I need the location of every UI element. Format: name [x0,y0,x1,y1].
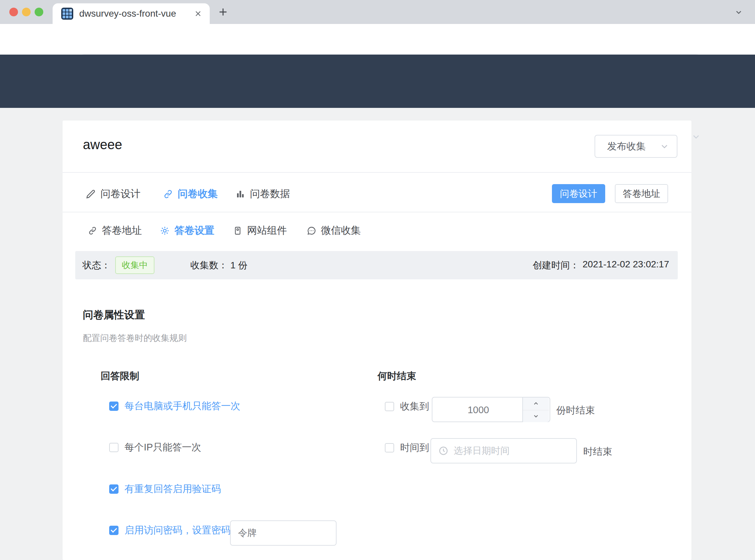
survey-card: aweee 发布收集 问卷设计 问卷收集 问卷数据 问卷设计 答卷地址 答卷地址 [63,121,691,560]
tab-label: 问卷数据 [250,187,290,201]
app-navbar: DIAOWEN 调问 OSS 我的问卷 个人中心 用户管理 service@di… [0,55,755,108]
created-time-label: 创建时间： [533,259,579,272]
divider [63,212,691,213]
window-close-button[interactable] [9,8,18,16]
stepper-up-button[interactable] [523,398,549,409]
stepper-down-button[interactable] [523,410,549,422]
subtab-label: 网站组件 [247,224,287,237]
link-icon [163,189,173,199]
option-label[interactable]: 每台电脑或手机只能答一次 [124,400,240,413]
option-one-answer-per-device[interactable]: 每台电脑或手机只能答一次 [109,400,240,413]
link-icon [88,226,97,235]
clock-icon [438,446,448,456]
collect-count-value: 1 份 [230,259,247,272]
quantity-suffix: 份时结束 [556,404,595,417]
new-tab-button[interactable] [217,6,229,18]
window-minimize-button[interactable] [22,8,30,16]
subtab-wechat-collect[interactable]: 微信收集 [307,224,361,237]
tab-search-chevron-icon[interactable] [734,8,743,17]
option-label[interactable]: 有重复回答启用验证码 [124,482,221,496]
bar-chart-icon [236,189,245,199]
tag-icon [233,226,242,235]
answer-limit-header: 回答限制 [101,369,139,383]
settings-heading: 问卷属性设置 [83,308,145,322]
number-stepper [522,398,550,421]
subtab-answer-settings[interactable]: 答卷设置 [160,224,215,237]
end-by-quantity-option[interactable]: 收集到 [385,400,429,413]
option-label[interactable]: 收集到 [400,400,429,413]
subtab-label: 答卷地址 [102,224,142,237]
option-access-password[interactable]: 启用访问密码，设置密码 [109,524,231,537]
collect-count-label: 收集数： [190,259,228,272]
browser-toolbar: localhost:8083/#/dw/survey/c/attr/c98fa1… [0,24,755,55]
subtab-answer-url[interactable]: 答卷地址 [88,224,142,237]
divider [63,172,691,173]
quantity-value-input[interactable] [432,398,524,422]
chevron-down-icon [691,132,701,142]
checkbox-unchecked[interactable] [109,443,119,452]
tab-label: 问卷设计 [101,187,141,201]
subtab-site-widget[interactable]: 网站组件 [233,224,287,237]
browser-tab[interactable]: dwsurvey-oss-front-vue [53,3,210,24]
tab-label: 问卷收集 [178,187,218,201]
site-favicon [61,8,73,20]
datetime-input[interactable] [453,445,568,457]
checkbox-checked[interactable] [109,526,119,535]
end-by-time-option[interactable]: 时间到 [385,441,429,455]
checkbox-unchecked[interactable] [385,402,394,411]
checkbox-checked[interactable] [109,484,119,494]
status-badge: 收集中 [115,256,155,274]
browser-tab-strip: dwsurvey-oss-front-vue [0,0,755,24]
chat-bubble-icon [307,226,316,235]
tab-survey-design[interactable]: 问卷设计 [86,187,141,201]
survey-design-button[interactable]: 问卷设计 [552,184,605,203]
option-captcha-on-repeat[interactable]: 有重复回答启用验证码 [109,482,221,496]
option-label[interactable]: 时间到 [400,441,429,455]
end-rules-header: 何时结束 [378,369,416,383]
option-label[interactable]: 启用访问密码，设置密码 [124,524,231,537]
window-zoom-button[interactable] [35,8,43,16]
option-label[interactable]: 每个IP只能答一次 [124,441,201,454]
gear-icon [160,226,170,236]
publish-select[interactable]: 发布收集 [595,135,677,158]
password-input[interactable] [230,520,336,546]
survey-title: aweee [83,137,122,152]
datetime-picker[interactable] [430,438,577,463]
status-bar: 状态： 收集中 收集数： 1 份 创建时间： 2021-12-02 23:02:… [75,251,678,279]
option-one-answer-per-ip[interactable]: 每个IP只能答一次 [109,441,201,454]
chevron-down-icon [659,141,670,152]
quantity-number-input [432,397,550,422]
tab-survey-collect[interactable]: 问卷收集 [163,187,218,201]
answer-url-button[interactable]: 答卷地址 [615,184,668,203]
subtab-label: 微信收集 [321,224,361,237]
tab-survey-data[interactable]: 问卷数据 [236,187,290,201]
tab-title: dwsurvey-oss-front-vue [79,8,194,19]
subtab-label: 答卷设置 [175,224,215,237]
checkbox-checked[interactable] [109,401,119,411]
pencil-icon [86,189,96,199]
tab-close-icon[interactable] [194,9,202,18]
settings-subheading: 配置问卷答卷时的收集规则 [83,332,187,344]
status-label: 状态： [83,259,110,272]
time-suffix: 时结束 [583,445,612,458]
created-time-value: 2021-12-02 23:02:17 [583,259,669,272]
publish-select-value: 发布收集 [607,140,646,153]
checkbox-unchecked[interactable] [385,443,394,453]
